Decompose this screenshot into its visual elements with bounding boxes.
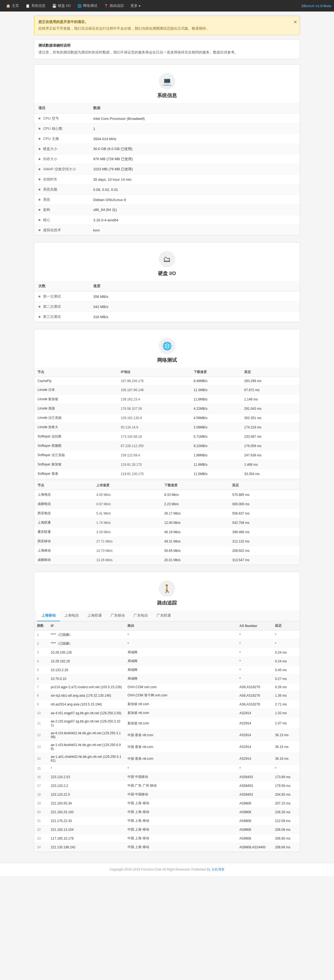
- sysinfo-row: ■ 硬盘大小 30.0 GB (6.0 GB 已使用): [34, 144, 300, 154]
- row-value: 3504.014 MHz: [93, 137, 116, 141]
- row-icon: ■: [38, 116, 41, 121]
- footer-link[interactable]: 主机博客: [212, 867, 224, 871]
- route-tab[interactable]: 上海电信: [60, 610, 83, 621]
- disk-row-label: 第二次测试: [43, 304, 61, 309]
- top-nav: 🏠 主页 📋 系统信息 💾 硬盘 I/O 🌐 网络测试 📍 路由追踪 更多 ▾ …: [0, 0, 334, 11]
- net1-row: Softlayer 达拉斯 173.192.68.18 5.71MB/s 233…: [34, 432, 300, 441]
- route-row: 16 223.120.2.53 中国 中国移动 AS58453 173.89 m…: [34, 773, 300, 781]
- net2-col-download: 下载速度: [161, 481, 229, 490]
- route-tabs: 上海移动上海电信上海联通广东移动广东电信广东联通: [34, 610, 300, 621]
- route-tab[interactable]: 广东电信: [129, 610, 152, 621]
- net2-row: 成都电信 0.97 Mb/s 2.23 Mb/s 000.000 ms: [34, 500, 300, 509]
- sysinfo-row: ■ 架构 x86_64 (64 位): [34, 205, 300, 215]
- row-icon: ■: [38, 218, 41, 222]
- network-table1: 节点 IP地址 下载速度 延迟 CacheFly 167.88.156.176 …: [34, 368, 300, 479]
- net-col-ip: IP地址: [118, 368, 190, 377]
- route-row: 12 ae-6.r24.tkokhk01.hk.bb.gin.ntt.net (…: [34, 729, 300, 741]
- disk-row-value: 316 MB/s: [93, 315, 108, 319]
- net1-row: Linode 加拿大 50.116.14.9 2.09MB/s 174.219 …: [34, 423, 300, 432]
- disk-section-title: 硬盘 I/O: [38, 270, 296, 277]
- row-label: CPU 主频: [43, 137, 59, 141]
- nav-item-network[interactable]: 🌐 网络测试: [74, 0, 101, 11]
- row-icon: ■: [38, 147, 41, 151]
- sysinfo-section-icon: 💻: [159, 73, 175, 89]
- route-icon: 📍: [104, 4, 108, 8]
- route-row: 11 ae-2.r20.sngp07.sg.bb.gin.ntt.net (12…: [34, 718, 300, 729]
- disk-icon: 💾: [52, 4, 56, 8]
- warning-body: 此程序正处于开发版，我们无法保证在运行过程中不会出错，我们当前在测期测试启放出正…: [38, 26, 290, 32]
- route-tab[interactable]: 上海移动: [37, 610, 60, 621]
- info-body: 请注意，所有的测试数据为测试时的实时数据，我们不保证您的服务商会在日后一直使用保…: [38, 49, 296, 56]
- close-icon[interactable]: ✕: [293, 19, 297, 26]
- net-col-latency: 延迟: [241, 368, 300, 377]
- warning-banner: 您正在使用的是开发中的项目。 此程序正处于开发版，我们无法保证在运行过程中不会出…: [34, 16, 300, 35]
- row-value: 1: [93, 127, 95, 131]
- net2-col-upload: 上传速度: [93, 481, 161, 490]
- chevron-down-icon: ▾: [139, 4, 141, 8]
- sysinfo-table: 项目 数据 ■ CPU 型号 Intel Core Processor (Bro…: [34, 103, 300, 235]
- route-tab[interactable]: 广东联通: [152, 610, 175, 621]
- net2-row: 上海联通 1.74 Mb/s 12.00 Mb/s 542.708 ms: [34, 518, 300, 527]
- row-label: 硬盘大小: [43, 147, 57, 151]
- nav-item-route[interactable]: 📍 路由追踪: [101, 0, 127, 11]
- route-col-latency: 延迟: [272, 621, 300, 630]
- row-icon: ■: [38, 177, 41, 181]
- route-tab[interactable]: 广东移动: [106, 610, 129, 621]
- disk-row-icon: ■: [38, 315, 41, 319]
- net-col-node: 节点: [34, 368, 118, 377]
- row-value: x86_64 (64 位): [93, 208, 117, 212]
- nav-item-home[interactable]: 🏠 主页: [3, 0, 22, 11]
- route-tab[interactable]: 上海联通: [83, 610, 106, 621]
- sysinfo-row: ■ CPU 主频 3504.014 MHz: [34, 134, 300, 144]
- disk-col-count: 次数: [34, 281, 89, 291]
- route-row: 18 223.120.22.5 中国 中国移动 AS58453 204.50 m…: [34, 790, 300, 799]
- row-icon: ■: [38, 126, 41, 130]
- row-value: Debian GNU/Linux 8: [93, 198, 126, 202]
- net1-row: Linode 法兰克福 129.162.130.8 4.59MB/s 302.3…: [34, 413, 300, 423]
- nav-item-more[interactable]: 更多 ▾: [127, 0, 144, 11]
- info-title: 测试数据准确性说明: [38, 43, 296, 49]
- sysinfo-row: ■ 系统 Debian GNU/Linux 8: [34, 195, 300, 205]
- row-icon: ■: [38, 187, 41, 191]
- warning-title: 您正在使用的是开发中的项目。: [38, 19, 290, 25]
- row-icon: ■: [38, 208, 41, 212]
- row-value: 30.0 GB (6.0 GB 已使用): [93, 147, 132, 151]
- row-label: 内存大小: [43, 157, 57, 161]
- sysinfo-col-data: 数据: [89, 103, 300, 113]
- row-value: kvm: [93, 228, 100, 232]
- route-row: 15 * * * *: [34, 765, 300, 773]
- route-row: 24 221.130.188.242 中国 上海 移动 AS9808,AS244…: [34, 843, 300, 852]
- nav-item-sysinfo[interactable]: 📋 系统信息: [22, 0, 49, 11]
- route-section: 🚶 路由追踪 上海移动上海电信上海联通广东移动广东电信广东联通 跳数 IP 路由…: [34, 572, 300, 852]
- disk-table: 次数 速度 ■ 第一次测试 356 MB/s ■ 第二次测试 342 MB/s …: [34, 281, 300, 322]
- net1-row: Linode 新加坡 139.162.23.4 11.8MB/s 1.148 m…: [34, 395, 300, 404]
- row-label: 核心: [43, 218, 50, 222]
- route-section-title: 路由追踪: [38, 600, 296, 606]
- disk-row-value: 342 MB/s: [93, 305, 108, 309]
- sysinfo-row: ■ 系统负载 0.08, 0.02, 0.01: [34, 185, 300, 195]
- sysinfo-header: 💻 系统信息: [34, 65, 300, 103]
- sysinfo-col-item: 项目: [34, 103, 89, 113]
- net2-row: 西安移动 27.71 Mb/s 49.31 Mb/s 312.132 ms: [34, 537, 300, 546]
- route-row: 19 221.183.55.34 中国 上海 移动 AS9808 207.15 …: [34, 799, 300, 808]
- route-col-route: 路由: [125, 621, 237, 630]
- nav-item-disk[interactable]: 💾 硬盘 I/O: [49, 0, 74, 11]
- route-row: 20 221.183.25.193 中国 上海 移动 AS9808 226.26…: [34, 808, 300, 816]
- row-label: SWAP 交换空间大小: [43, 167, 76, 171]
- route-row: 6 10.75.0.10 局域网 * 0.27 ms: [34, 675, 300, 683]
- row-value: Intel Core Processor (Broadwell): [93, 116, 145, 121]
- route-row: 22 221.183.13.154 中国 上海 移动 AS9808 206.06…: [34, 825, 300, 834]
- net-col-speed: 下载速度: [190, 368, 241, 377]
- net2-row: 重庆联通 3.29 Mb/s 46.19 Mb/s 399.486 ms: [34, 527, 300, 537]
- route-table: 跳数 IP 路由 AS Number 延迟 1 ****（已隐藏） * * * …: [34, 621, 300, 852]
- row-value: 976 MB (728 MB 已使用): [93, 157, 133, 161]
- route-row: 5 10.133.2.28 局域网 * 0.45 ms: [34, 666, 300, 675]
- net1-row: Softlayer 香港 119.81.130.170 11.5MB/s 33.…: [34, 469, 300, 479]
- disk-section: 🗂 硬盘 I/O 次数 速度 ■ 第一次测试 356 MB/s ■ 第二次测试: [34, 242, 300, 322]
- disk-col-speed: 速度: [89, 281, 300, 291]
- row-label: CPU 核心数: [43, 126, 62, 130]
- route-row: 2 ****（已隐藏） * * *: [34, 640, 300, 648]
- route-row: 14 ae-1.a01.chwhk02.hk.bb.gin.ntt.net (1…: [34, 753, 300, 765]
- sysinfo-row: ■ CPU 核心数 1: [34, 124, 300, 134]
- route-header: 🚶 路由追踪: [34, 572, 300, 610]
